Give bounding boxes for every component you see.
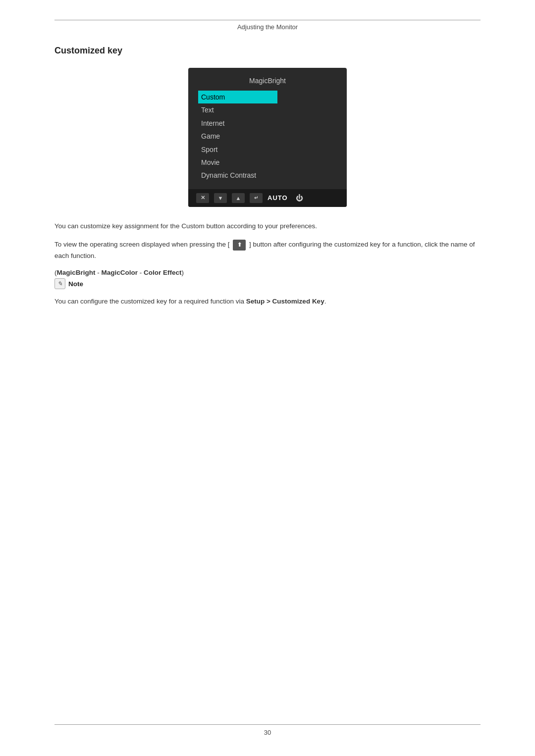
color-effect-link: Color Effect [144,269,182,276]
menu-item-dynamic-contrast: Dynamic Contrast [198,169,337,182]
page-number: 30 [54,729,481,736]
monitor-menu-title: MagicBright [198,77,337,85]
button-up-icon: ▲ [232,193,245,203]
page-bottom: 30 [0,724,535,736]
functions-line: (MagicBright - MagicColor - Color Effect… [54,269,481,276]
button-power-icon: ⏻ [293,193,306,203]
note-icon: ✎ [54,278,65,289]
magic-bright-link: MagicBright [57,269,96,276]
button-image-icon: ⬆ [233,240,246,251]
menu-item-game: Game [198,130,337,143]
menu-item-text: Text [198,103,337,116]
monitor-bottom-bar: ✕ ▼ ▲ ↵ AUTO ⏻ [188,189,347,207]
button-auto-label: AUTO [268,193,288,203]
note-label: Note [68,280,83,288]
para3-bold: Setup > Customized Key [246,298,324,305]
para2-prefix: To view the operating screen displayed w… [54,241,229,248]
magic-color-link: MagicColor [102,269,138,276]
bottom-rule [54,724,481,725]
para3-prefix: You can configure the customized key for… [54,298,246,305]
para1: You can customize key assignment for the… [54,221,481,232]
top-rule [54,20,481,20]
page-header: Adjusting the Monitor [54,23,481,31]
button-enter-icon: ↵ [250,193,263,203]
para2: To view the operating screen displayed w… [54,239,481,261]
monitor-display: MagicBright Custom Text Internet Game Sp… [188,68,347,207]
monitor-screenshot: MagicBright Custom Text Internet Game Sp… [54,68,481,207]
menu-item-custom: Custom [198,91,277,103]
para3: You can configure the customized key for… [54,296,481,307]
button-x-icon: ✕ [196,193,209,203]
para3-suffix: . [324,298,326,305]
menu-item-sport: Sport [198,143,337,156]
button-down-icon: ▼ [214,193,227,203]
monitor-menu-list: Custom Text Internet Game Sport Movie Dy… [198,91,337,182]
note-row: ✎ Note [54,278,481,289]
menu-item-movie: Movie [198,156,337,169]
menu-item-internet: Internet [198,117,337,130]
section-title: Customized key [54,46,481,56]
